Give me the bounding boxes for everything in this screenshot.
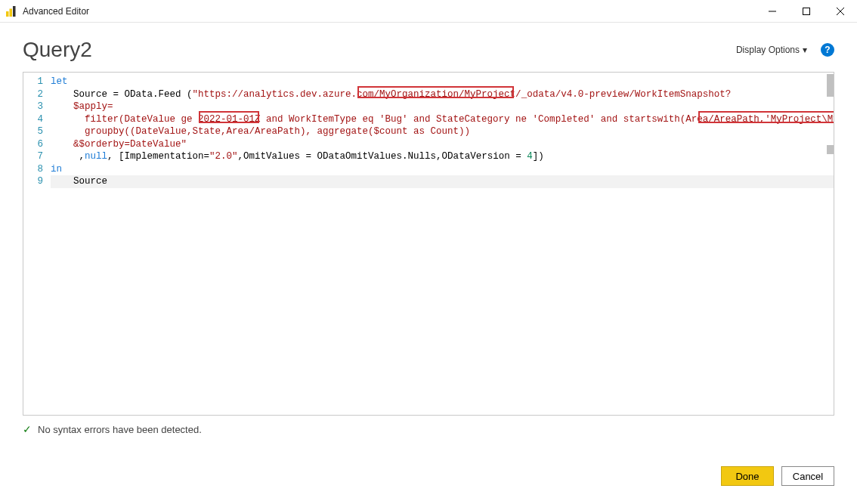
code-text: Source <box>51 176 107 187</box>
chevron-down-icon: ▾ <box>803 45 807 55</box>
minimap-thumb-top[interactable] <box>827 74 834 97</box>
highlight-areapath: 'MyProject\MyAreaPath'))/ <box>765 114 834 125</box>
code-string: _odata/v4.0-preview/WorkItemSnapshot? <box>521 89 732 100</box>
code-area[interactable]: let Source = OData.Feed ("https://analyt… <box>51 73 834 415</box>
checkmark-icon: ✓ <box>23 423 32 435</box>
status-bar: ✓ No syntax errors have been detected. <box>0 416 857 435</box>
footer-buttons: Done Cancel <box>721 466 834 486</box>
maximize-button[interactable] <box>789 0 823 22</box>
done-button[interactable]: Done <box>721 466 774 486</box>
line-number-gutter: 123456789 <box>23 73 51 415</box>
keyword-null: null <box>85 151 107 162</box>
display-options-dropdown[interactable]: Display Options ▾ <box>736 45 807 55</box>
svg-rect-0 <box>6 11 9 17</box>
keyword-in: in <box>51 164 62 175</box>
svg-rect-4 <box>803 8 809 14</box>
highlight-org-project: /MyOrganization/MyProject/ <box>374 89 521 100</box>
code-text: , <box>51 151 85 162</box>
code-number: 4 <box>527 151 533 162</box>
code-text: , [Implementation= <box>107 151 209 162</box>
display-options-label: Display Options <box>736 45 800 55</box>
close-button[interactable] <box>823 0 857 22</box>
code-string: and WorkItemType eq 'Bug' and StateCateg… <box>261 114 766 125</box>
query-name: Query2 <box>23 38 736 62</box>
code-string: &$orderby=DateValue" <box>51 139 187 150</box>
status-message: No syntax errors have been detected. <box>38 424 202 435</box>
editor-header: Query2 Display Options ▾ ? <box>0 23 857 68</box>
code-editor[interactable]: 123456789 let Source = OData.Feed ("http… <box>23 72 834 416</box>
window-controls <box>755 0 857 22</box>
code-string: groupby((DateValue,State,Area/AreaPath),… <box>51 126 470 137</box>
svg-rect-1 <box>10 8 13 17</box>
cancel-button[interactable]: Cancel <box>781 466 834 486</box>
minimap-scrollbar[interactable] <box>826 73 834 415</box>
app-icon <box>6 6 17 17</box>
code-string: "2.0" <box>209 151 238 162</box>
window-title: Advanced Editor <box>23 6 755 17</box>
title-bar: Advanced Editor <box>0 0 857 23</box>
help-icon[interactable]: ? <box>821 43 834 57</box>
code-text: ]) <box>533 151 544 162</box>
code-text: Source = OData.Feed ( <box>51 89 193 100</box>
svg-rect-2 <box>13 6 16 17</box>
code-string: $apply= <box>51 101 113 112</box>
code-string: "https://analytics.dev.azure.com <box>193 89 374 100</box>
code-text: ,OmitValues = ODataOmitValues.Nulls,ODat… <box>238 151 528 162</box>
highlight-date: 2022-01-01Z <box>198 114 261 125</box>
minimize-button[interactable] <box>755 0 789 22</box>
minimap-thumb-mid[interactable] <box>827 145 834 154</box>
code-string: filter(DateValue ge <box>51 114 198 125</box>
keyword-let: let <box>51 76 68 87</box>
